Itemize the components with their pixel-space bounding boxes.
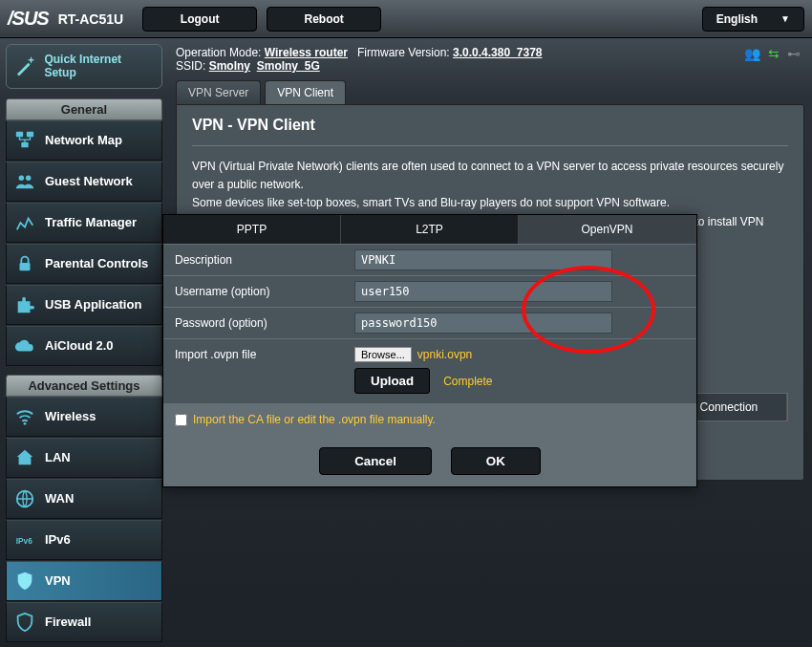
svg-point-6 (24, 422, 27, 425)
language-label: English (716, 12, 758, 26)
menu-label: IPv6 (45, 532, 71, 547)
upload-button[interactable]: Upload (354, 368, 430, 394)
modal-tab-l2tp[interactable]: L2TP (341, 215, 519, 244)
menu-label: Parental Controls (45, 256, 148, 270)
label-description: Description (163, 245, 354, 275)
wifi-icon (14, 406, 35, 427)
sidebar-item-lan[interactable]: LAN (6, 438, 162, 478)
tab-vpn-client[interactable]: VPN Client (265, 80, 346, 104)
sidebar-item-wireless[interactable]: Wireless (6, 397, 162, 437)
upload-status: Complete (443, 375, 492, 388)
menu-label: VPN (45, 573, 71, 588)
modal-tab-pptp[interactable]: PPTP (163, 215, 341, 244)
menu-label: Guest Network (45, 174, 133, 188)
info-bar: Operation Mode: Wireless router Firmware… (176, 46, 804, 73)
logout-button[interactable]: Logout (142, 7, 257, 32)
menu-label: LAN (45, 450, 71, 464)
network-map-icon (14, 130, 35, 151)
sidebar-item-ipv6[interactable]: IPv6 IPv6 (6, 520, 162, 560)
lock-icon (14, 253, 35, 274)
cloud-icon (14, 335, 35, 356)
puzzle-icon (14, 294, 35, 315)
wand-icon (14, 54, 36, 77)
svg-rect-5 (20, 263, 31, 270)
globe-icon (14, 488, 35, 509)
label-password: Password (option) (163, 308, 354, 338)
import-ca-label: Import the CA file or edit the .ovpn fil… (193, 413, 436, 426)
menu-label: AiCloud 2.0 (45, 338, 114, 353)
svg-point-3 (19, 175, 24, 181)
sidebar-item-aicloud[interactable]: AiCloud 2.0 (6, 326, 162, 366)
sidebar-item-network-map[interactable]: Network Map (6, 120, 162, 161)
browse-button[interactable]: Browse... (354, 347, 412, 362)
firewall-icon (14, 612, 35, 633)
model-name: RT-AC51U (58, 11, 123, 27)
sidebar-item-traffic-manager[interactable]: Traffic Manager (6, 203, 162, 243)
label-username: Username (option) (163, 276, 354, 307)
shield-icon (14, 571, 35, 592)
users-icon[interactable]: 👥 (744, 46, 760, 61)
input-description[interactable] (354, 249, 612, 270)
qis-label: Quick Internet Setup (44, 53, 154, 80)
traffic-icon (14, 212, 35, 233)
svg-rect-0 (16, 132, 23, 138)
usb-icon[interactable]: ⊷ (787, 46, 801, 61)
section-general: General (6, 98, 162, 120)
ssid1-link[interactable]: Smolny (209, 59, 250, 73)
menu-label: Network Map (45, 133, 122, 147)
menu-label: Traffic Manager (45, 215, 137, 229)
ipv6-icon: IPv6 (14, 529, 35, 550)
menu-label: Firewall (45, 615, 91, 629)
vpn-profile-modal: PPTP L2TP OpenVPN Description Username (… (162, 214, 697, 487)
firmware-link[interactable]: 3.0.0.4.380_7378 (453, 46, 542, 59)
link-icon[interactable]: ⇆ (768, 46, 780, 61)
tab-vpn-server[interactable]: VPN Server (176, 80, 261, 104)
status-icons: 👥 ⇆ ⊷ (744, 46, 801, 61)
ssid2-link[interactable]: Smolny_5G (257, 59, 320, 73)
panel-title: VPN - VPN Client (192, 117, 788, 134)
menu-label: USB Application (45, 297, 141, 312)
cancel-button[interactable]: Cancel (319, 447, 432, 475)
svg-text:IPv6: IPv6 (16, 536, 32, 545)
chevron-down-icon: ▼ (780, 13, 790, 24)
modal-tab-openvpn[interactable]: OpenVPN (519, 215, 696, 244)
sidebar-item-usb-application[interactable]: USB Application (6, 285, 162, 325)
sidebar-item-parental-controls[interactable]: Parental Controls (6, 244, 162, 284)
file-name: vpnki.ovpn (417, 348, 472, 361)
ok-button[interactable]: OK (451, 447, 541, 475)
menu-label: Wireless (45, 409, 96, 423)
svg-rect-2 (21, 142, 28, 148)
sidebar-item-guest-network[interactable]: Guest Network (6, 162, 162, 202)
language-dropdown[interactable]: English▼ (702, 7, 804, 32)
reboot-button[interactable]: Reboot (267, 7, 381, 32)
opmode-link[interactable]: Wireless router (265, 46, 348, 59)
svg-point-4 (26, 175, 31, 181)
guest-network-icon (14, 171, 35, 192)
home-icon (14, 447, 35, 468)
sidebar-item-firewall[interactable]: Firewall (6, 602, 162, 642)
svg-rect-1 (27, 132, 33, 138)
section-advanced: Advanced Settings (6, 375, 162, 397)
sidebar-item-wan[interactable]: WAN (6, 479, 162, 519)
input-username[interactable] (354, 281, 612, 302)
brand-logo: /SUS (8, 8, 49, 30)
label-import: Import .ovpn file (163, 339, 354, 403)
menu-label: WAN (45, 491, 74, 506)
input-password[interactable] (354, 313, 612, 334)
quick-internet-setup[interactable]: Quick Internet Setup (6, 44, 162, 89)
import-ca-checkbox[interactable] (175, 414, 187, 426)
sidebar-item-vpn[interactable]: VPN (6, 561, 162, 601)
